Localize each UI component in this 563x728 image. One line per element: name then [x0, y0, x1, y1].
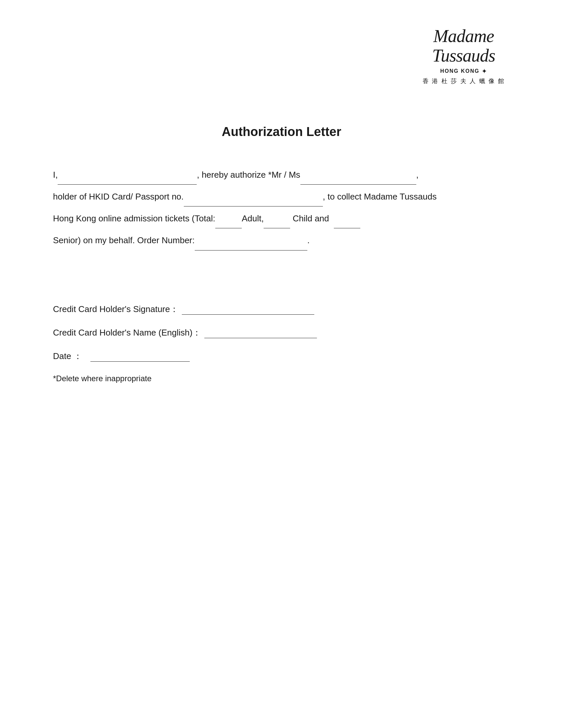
logo-madame: Madame — [417, 26, 510, 46]
blank-passport-no — [184, 187, 323, 206]
blank-order-number — [195, 231, 307, 250]
letter-line-3: Hong Kong online admission tickets (Tota… — [53, 209, 510, 228]
date-line: Date ： — [53, 350, 510, 362]
logo-chinese-text: 香 港 杜 莎 夫 人 蠟 像 館 — [417, 77, 510, 85]
sig-blank-name — [204, 328, 317, 338]
document-page: Madame Tussauds HONG KONG ✦ 香 港 杜 莎 夫 人 … — [0, 0, 563, 728]
line3-mid1: Adult, — [242, 209, 264, 228]
date-label: Date ： — [53, 350, 82, 362]
sig-blank-date — [90, 351, 190, 362]
logo-hong-kong-row: HONG KONG ✦ — [417, 67, 510, 75]
signature-line: Credit Card Holder's Signature： — [53, 303, 510, 315]
line3-start: Hong Kong online admission tickets (Tota… — [53, 209, 215, 228]
logo-hong-kong-text: HONG KONG — [440, 68, 479, 74]
blank-authorizer-name — [58, 165, 197, 185]
sig-blank-signature — [182, 304, 314, 315]
letter-line-4: Senior) on my behalf. Order Number: . — [53, 231, 510, 250]
line2-start: holder of HKID Card/ Passport no. — [53, 187, 184, 206]
logo-container: Madame Tussauds HONG KONG ✦ 香 港 杜 莎 夫 人 … — [417, 26, 510, 85]
letter-line-2: holder of HKID Card/ Passport no. , to c… — [53, 187, 510, 206]
sig-label: Credit Card Holder's Signature： — [53, 303, 178, 315]
letter-line-1: I, , hereby authorize *Mr / Ms , — [53, 165, 510, 185]
line4-end: . — [307, 231, 310, 250]
blank-adult — [263, 209, 290, 228]
logo-star-icon: ✦ — [482, 67, 487, 75]
line3-mid2: Child and — [293, 209, 329, 228]
logo-tussauds: Tussauds — [417, 46, 510, 66]
footnote-text: *Delete where inappropriate — [53, 374, 152, 383]
line1-mid: , hereby authorize *Mr / Ms — [197, 165, 300, 184]
line4-start: Senior) on my behalf. Order Number: — [53, 231, 195, 250]
name-line: Credit Card Holder's Name (English)： — [53, 327, 510, 339]
logo-area: Madame Tussauds HONG KONG ✦ 香 港 杜 莎 夫 人 … — [53, 26, 510, 85]
letter-body: I, , hereby authorize *Mr / Ms , holder … — [53, 165, 510, 250]
blank-child — [334, 209, 360, 228]
footnote: *Delete where inappropriate — [53, 374, 510, 383]
logo-brand-name: Madame Tussauds — [417, 26, 510, 66]
blank-authorized-name — [301, 165, 416, 185]
document-title: Authorization Letter — [222, 125, 342, 139]
line1-start: I, — [53, 165, 58, 184]
blank-total — [215, 209, 242, 228]
line1-end: , — [416, 165, 419, 184]
signature-section: Credit Card Holder's Signature： Credit C… — [53, 303, 510, 362]
name-label: Credit Card Holder's Name (English)： — [53, 327, 201, 339]
line2-end: , to collect Madame Tussauds — [323, 187, 437, 206]
title-section: Authorization Letter — [53, 125, 510, 139]
